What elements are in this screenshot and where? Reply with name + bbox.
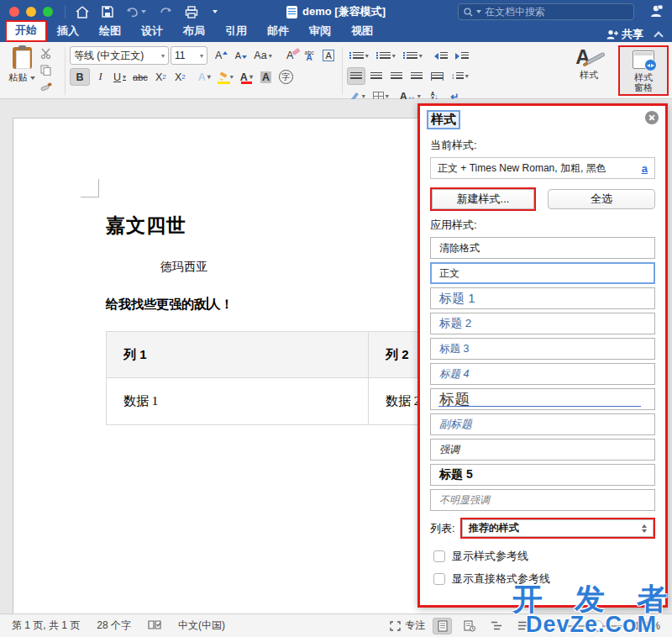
line-spacing-button[interactable]: ↕ bbox=[449, 67, 471, 85]
paste-button[interactable]: 粘贴 bbox=[5, 45, 39, 97]
style-detail-link[interactable]: a bbox=[642, 162, 648, 175]
tab-layout[interactable]: 布局 bbox=[173, 22, 215, 42]
style-item-heading2[interactable]: 标题 2 bbox=[430, 313, 655, 334]
style-pane-button[interactable]: 样式窗格 bbox=[620, 47, 667, 94]
zoom-percent[interactable]: 125% bbox=[632, 620, 660, 632]
strikethrough-button[interactable]: abc bbox=[130, 68, 150, 86]
account-icon[interactable] bbox=[648, 4, 664, 21]
search-scope-arrow-icon[interactable] bbox=[476, 10, 481, 13]
align-right-button[interactable] bbox=[388, 67, 406, 85]
style-item-subtle-emphasis[interactable]: 不明显强调 bbox=[430, 489, 655, 511]
print-layout-view-button[interactable] bbox=[433, 618, 452, 634]
superscript-button[interactable]: X2 bbox=[171, 68, 189, 86]
format-painter-icon[interactable] bbox=[40, 81, 52, 92]
table-cell[interactable]: 数据 1 bbox=[107, 378, 369, 424]
italic-button[interactable]: I bbox=[92, 68, 109, 86]
redo-icon[interactable] bbox=[159, 7, 172, 18]
quick-access-more-icon[interactable] bbox=[213, 10, 218, 13]
phonetic-guide-button[interactable]: abcA bbox=[301, 47, 318, 65]
clear-formatting-button[interactable]: A bbox=[281, 47, 299, 65]
font-name-select[interactable]: 等线 (中文正文) bbox=[70, 46, 169, 65]
style-pane-label-1: 样式 bbox=[634, 72, 653, 82]
current-style-box[interactable]: 正文 + Times New Roman, 加粗, 黑色 a bbox=[430, 157, 655, 179]
style-item-title[interactable]: 标题 bbox=[430, 388, 655, 410]
undo-dropdown-arrow[interactable] bbox=[141, 10, 146, 13]
language-status[interactable]: 中文(中国) bbox=[178, 619, 225, 633]
list-filter-select[interactable]: 推荐的样式 bbox=[462, 519, 654, 537]
search-input[interactable]: 在文档中搜索 bbox=[458, 3, 634, 20]
immersive-reader-view-button[interactable] bbox=[459, 618, 479, 634]
home-icon[interactable] bbox=[76, 6, 89, 18]
tab-view[interactable]: 视图 bbox=[341, 22, 383, 42]
underline-button[interactable]: U bbox=[111, 68, 129, 86]
phonetic-base: A bbox=[307, 55, 312, 61]
tab-design[interactable]: 设计 bbox=[131, 22, 173, 42]
styles-icon: A bbox=[575, 48, 590, 66]
align-left-button[interactable] bbox=[347, 67, 365, 85]
cut-icon[interactable] bbox=[40, 48, 52, 59]
style-item-body[interactable]: 正文 bbox=[430, 262, 655, 284]
align-center-button[interactable] bbox=[368, 67, 386, 85]
tab-references[interactable]: 引用 bbox=[215, 22, 257, 42]
justify-button[interactable] bbox=[408, 67, 426, 85]
subscript-button[interactable]: X2 bbox=[152, 68, 170, 86]
zoom-window-button[interactable] bbox=[43, 7, 53, 17]
shrink-font-button[interactable]: A bbox=[232, 47, 249, 65]
save-icon[interactable] bbox=[102, 6, 113, 18]
tab-draw[interactable]: 绘图 bbox=[89, 22, 131, 42]
print-icon[interactable] bbox=[185, 6, 198, 18]
zoom-out-icon[interactable]: – bbox=[543, 620, 549, 632]
style-item-heading1[interactable]: 标题 1 bbox=[430, 287, 655, 309]
table-header-cell[interactable]: 列 1 bbox=[107, 332, 369, 377]
new-style-button[interactable]: 新建样式... bbox=[432, 189, 534, 209]
style-item-emphasis[interactable]: 强调 bbox=[430, 439, 655, 461]
word-count[interactable]: 28 个字 bbox=[97, 619, 131, 633]
page-info[interactable]: 第 1 页, 共 1 页 bbox=[12, 619, 80, 633]
select-all-button[interactable]: 全选 bbox=[548, 189, 655, 209]
style-item-label: 正文 bbox=[439, 266, 459, 281]
focus-mode-button[interactable]: 专注 bbox=[390, 619, 425, 633]
zoom-slider[interactable] bbox=[557, 625, 624, 627]
bullets-button[interactable] bbox=[347, 47, 371, 65]
draft-view-button[interactable] bbox=[513, 618, 533, 634]
minimize-window-button[interactable] bbox=[26, 7, 36, 17]
close-window-button[interactable] bbox=[9, 7, 19, 17]
numbering-button[interactable] bbox=[374, 47, 398, 65]
collapse-ribbon-icon[interactable] bbox=[654, 31, 663, 40]
bold-button[interactable]: B bbox=[70, 68, 90, 86]
style-item-heading4[interactable]: 标题 4 bbox=[430, 363, 655, 385]
proofing-icon[interactable] bbox=[148, 619, 161, 633]
tab-mailings[interactable]: 邮件 bbox=[257, 22, 299, 42]
style-item-subtitle[interactable]: 副标题 bbox=[430, 413, 655, 435]
increase-indent-button[interactable] bbox=[453, 47, 471, 65]
stepper-icon[interactable] bbox=[642, 524, 647, 533]
show-style-guides-checkbox[interactable] bbox=[433, 550, 445, 562]
character-shading-button[interactable]: A bbox=[257, 68, 275, 86]
distribute-text-button[interactable] bbox=[428, 67, 446, 85]
outline-view-button[interactable] bbox=[486, 618, 506, 634]
tab-insert[interactable]: 插入 bbox=[47, 22, 89, 42]
change-case-button[interactable]: Aa bbox=[251, 47, 274, 65]
character-border-button[interactable]: A bbox=[320, 47, 338, 65]
paste-dropdown-arrow[interactable] bbox=[30, 76, 35, 80]
style-item-heading5[interactable]: 标题 5 bbox=[430, 464, 655, 486]
close-icon[interactable] bbox=[645, 111, 659, 124]
style-item-heading3[interactable]: 标题 3 bbox=[430, 338, 655, 360]
decrease-indent-button[interactable] bbox=[432, 47, 450, 65]
zoom-slider-handle[interactable] bbox=[592, 620, 603, 631]
font-color-button[interactable]: A bbox=[238, 68, 255, 86]
enclose-characters-button[interactable]: 字 bbox=[276, 68, 296, 86]
text-effects-button[interactable]: A bbox=[196, 68, 213, 86]
multilevel-list-button[interactable] bbox=[401, 47, 425, 65]
highlight-button[interactable] bbox=[215, 68, 236, 86]
copy-icon[interactable] bbox=[40, 65, 52, 76]
show-direct-format-guides-checkbox[interactable] bbox=[433, 573, 445, 585]
tab-review[interactable]: 审阅 bbox=[299, 22, 341, 42]
undo-icon[interactable] bbox=[126, 7, 146, 18]
font-size-select[interactable]: 11 bbox=[171, 46, 207, 65]
grow-font-button[interactable]: A bbox=[213, 47, 230, 65]
style-item-clear-format[interactable]: 清除格式 bbox=[430, 237, 655, 259]
tab-home[interactable]: 开始 bbox=[5, 20, 47, 42]
share-button[interactable]: 共享 bbox=[606, 27, 643, 42]
styles-gallery-button[interactable]: A 样式 bbox=[564, 45, 613, 97]
